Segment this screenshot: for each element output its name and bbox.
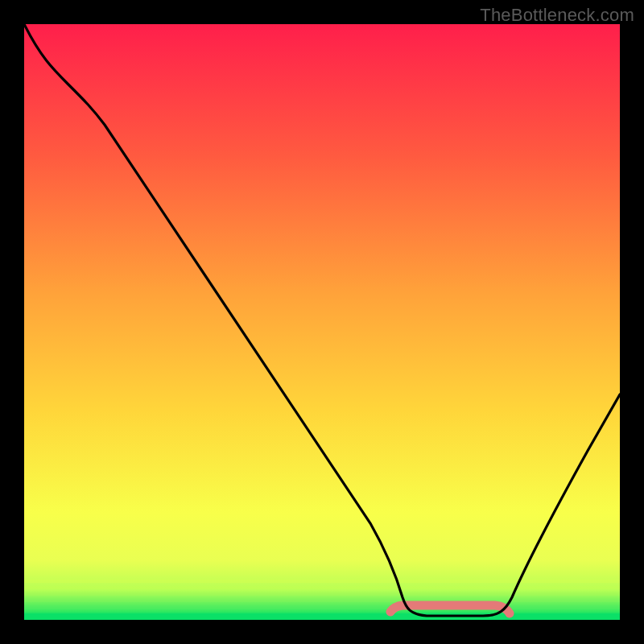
watermark-text: TheBottleneck.com	[480, 5, 634, 26]
svg-rect-2	[24, 592, 620, 596]
chart-canvas: TheBottleneck.com	[0, 0, 644, 644]
chart-svg	[24, 24, 620, 620]
svg-rect-3	[24, 599, 620, 602]
svg-rect-1	[24, 586, 620, 589]
plot-area	[24, 24, 620, 620]
svg-rect-0	[24, 580, 620, 583]
svg-rect-4	[24, 605, 620, 609]
green-base	[24, 613, 620, 620]
gradient-bg	[24, 24, 620, 620]
